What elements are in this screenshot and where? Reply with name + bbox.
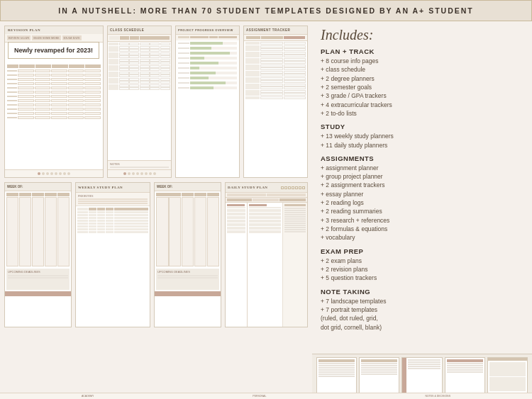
dot	[136, 172, 139, 175]
dot-6	[63, 172, 66, 175]
dsp-chk	[292, 186, 294, 189]
rp-tab-1: REVIEW AGAIN	[7, 35, 31, 40]
notes-header	[284, 204, 306, 206]
assignment-tracker-card[interactable]: ASSIGNMENT TRACKER	[243, 26, 308, 178]
wsp-day-header	[114, 208, 123, 210]
wsp-day-header	[123, 208, 131, 210]
wsp-header: WEEKLY STUDY PLAN	[76, 183, 150, 193]
project-progress-inner: PROJECT PROGRESS OVERVIEW	[176, 26, 239, 177]
dot	[128, 172, 131, 175]
week-plan-2-card[interactable]: WEEK OF: UPCOMING DEADLINE	[154, 182, 221, 327]
category-study: STUDY + 13 weekly study planners + 11 da…	[321, 123, 523, 150]
tasks-section	[227, 204, 245, 234]
dsp-body	[226, 203, 307, 327]
assignments-item-8: + 2 formulas & equations	[321, 225, 523, 233]
note-taking-item-3: (ruled, dot ruled, grid,	[321, 314, 523, 322]
assignments-item-5: + 2 reading logs	[321, 198, 523, 207]
templates-bottom-row: WEEK OF:	[4, 182, 308, 327]
priority-line	[78, 201, 148, 202]
exam-prep-title: EXAM PREP	[321, 247, 523, 255]
rp-tab-3: EXAM DATE	[62, 35, 82, 40]
revision-plan-header: REVISION PLAN	[5, 26, 103, 34]
note-taking-title: NOTE TAKING	[321, 288, 523, 296]
assignments-item-1: + assignment planner	[321, 164, 523, 172]
header-banner: IN A NUTSHELL: MORE THAN 70 STUDENT TEMP…	[0, 0, 532, 21]
main-content: REVISION PLAN REVIEW AGAIN MADE SOME MOR…	[0, 21, 532, 396]
class-schedule-card[interactable]: CLASS SCHEDULE	[107, 26, 172, 178]
exam-prep-item-2: + 2 revision plans	[321, 265, 523, 274]
assignments-item-2: + group project planner	[321, 172, 523, 181]
wsp-day-header	[89, 208, 97, 210]
study-title: STUDY	[321, 123, 523, 130]
category-plan-track: PLAN + TRACK + 8 course info pages + cla…	[321, 47, 523, 118]
dot-1	[42, 172, 45, 175]
dsp-chk	[302, 186, 305, 189]
left-panel: REVISION PLAN REVIEW AGAIN MADE SOME MOR…	[0, 21, 312, 396]
includes-section: Includes: PLAN + TRACK + 8 course info p…	[312, 21, 532, 354]
week-overview-card[interactable]: WEEK OF:	[4, 182, 72, 327]
dsp-chk	[288, 186, 291, 189]
strip-card-2[interactable]	[359, 357, 399, 393]
class-schedule-inner: CLASS SCHEDULE	[108, 26, 171, 177]
priority-line	[78, 198, 148, 200]
study-item-2: + 11 daily study planners	[321, 141, 523, 150]
assignments-item-3: + 2 assignment trackers	[321, 181, 523, 189]
dsp-chk	[284, 186, 287, 189]
assignment-tracker-title: ASSIGNMENT TRACKER	[246, 28, 290, 32]
dsp-header: DAILY STUDY PLAN	[226, 183, 307, 193]
daily-study-plan-card[interactable]: DAILY STUDY PLAN	[225, 182, 308, 327]
study-item-1: + 13 weekly study planners	[321, 132, 523, 140]
dsp-notes	[282, 203, 307, 327]
strip-card-1[interactable]	[316, 357, 357, 393]
category-assignments: ASSIGNMENTS + assignment planner + group…	[321, 154, 523, 242]
assignments-item-4: + essay planner	[321, 190, 523, 198]
wsp-title: WEEKLY STUDY PLAN	[78, 186, 123, 189]
plan-track-item-5: + 3 grade / GPA trackers	[321, 91, 523, 100]
assignments-title: ASSIGNMENTS	[321, 154, 523, 162]
strip-card-3[interactable]	[401, 357, 442, 393]
plan-track-item-2: + class schedule	[321, 65, 523, 74]
strip-card-4[interactable]	[445, 357, 485, 393]
exam-prep-item-1: + 2 exam plans	[321, 257, 523, 265]
newly-revamped-badge: Newly revamped for 2023!	[8, 42, 99, 59]
templates-top-row: REVISION PLAN REVIEW AGAIN MADE SOME MOR…	[4, 26, 308, 178]
dot	[149, 172, 152, 175]
rp-tab-2: MADE SOME MORE	[32, 35, 60, 40]
dsp-chk	[281, 186, 284, 189]
priorities-label: PRIORITIES	[78, 194, 148, 198]
dot-active	[123, 172, 126, 175]
wsp-priorities: PRIORITIES	[76, 193, 150, 206]
week-accent-bar-2	[155, 291, 221, 296]
priority-line	[78, 203, 148, 204]
upcoming-label-2: UPCOMING DEADLINES	[157, 270, 218, 274]
project-progress-card[interactable]: PROJECT PROGRESS OVERVIEW	[175, 26, 240, 178]
dot	[132, 172, 135, 175]
wsp-grid	[76, 206, 150, 235]
plan-track-item-7: + 2 to-do lists	[321, 109, 523, 118]
upcoming-deadlines-label: UPCOMING DEADLINES	[8, 270, 68, 274]
wsp-day-header	[131, 208, 140, 210]
dsp-chk	[295, 186, 298, 189]
plan-track-item-1: + 8 course info pages	[321, 57, 523, 65]
revision-plan-inner: REVISION PLAN REVIEW AGAIN MADE SOME MOR…	[5, 26, 103, 177]
tasks-header-2	[249, 204, 267, 206]
header-text: IN A NUTSHELL: MORE THAN 70 STUDENT TEMP…	[58, 6, 473, 15]
plan-track-title: PLAN + TRACK	[321, 47, 523, 55]
dsp-tasks-2	[247, 203, 282, 327]
assignments-item-6: + 2 reading summaries	[321, 207, 523, 215]
plan-track-item-6: + 4 extracurricular trackers	[321, 101, 523, 109]
notes-label: NOTES	[110, 162, 169, 166]
class-schedule-title: CLASS SCHEDULE	[110, 28, 144, 32]
assignment-tracker-inner: ASSIGNMENT TRACKER	[244, 26, 307, 177]
dot-4	[55, 172, 57, 175]
category-exam-prep: EXAM PREP + 2 exam plans + 2 revision pl…	[321, 247, 523, 283]
dsp-checkboxes	[281, 186, 305, 189]
dsp-title: DAILY STUDY PLAN	[228, 186, 267, 189]
dot-7	[67, 172, 70, 175]
weekly-study-plan-card[interactable]: WEEKLY STUDY PLAN PRIORITIES	[75, 182, 150, 327]
strip-card-5[interactable]	[487, 357, 528, 393]
assignments-item-9: + vocabulary	[321, 233, 523, 242]
includes-title: Includes:	[321, 27, 523, 43]
revision-plan-card[interactable]: REVISION PLAN REVIEW AGAIN MADE SOME MOR…	[4, 26, 104, 178]
bottom-template-strip	[312, 354, 532, 396]
